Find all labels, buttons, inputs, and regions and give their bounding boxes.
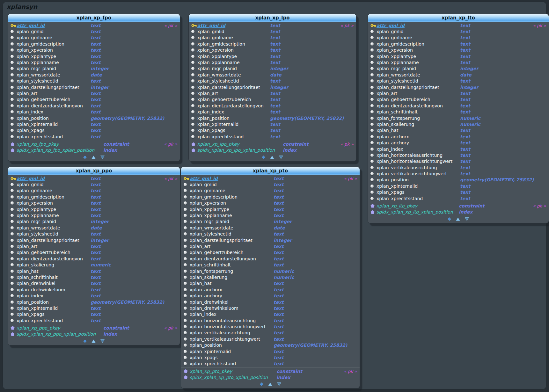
column-row[interactable]: xplan_anchorxtext [181,287,360,293]
column-row[interactable]: xplan_xpplantypetext [189,53,356,59]
column-row[interactable]: xplan_mgr_planidinteger [8,219,180,225]
table-card-xplan_xp_lto[interactable]: xplan_xp_ltoattr_gml_idtext« pk »xplan_g… [368,14,549,223]
column-row[interactable]: xplan_schriftinhalttext [181,262,360,268]
column-row[interactable]: xplan_vertikaleausrichtungwerttext [181,336,360,342]
column-row[interactable]: xplan_gehoertzubereichtext [8,250,180,256]
column-row[interactable]: xplan_gmlidtext [189,28,356,34]
column-row[interactable]: xplan_gehoertzubereichtext [189,97,356,103]
key-row[interactable]: spidx_xplan_xp_lto_xplan_positionindex [368,209,549,215]
column-row[interactable]: xplan_xpplannametext [8,212,180,218]
table-card-xplan_xp_ppo[interactable]: xplan_xp_ppoattr_gml_idtext« pk »xplan_g… [8,167,180,345]
column-row[interactable]: xplan_darstellungsprioritaetinteger [189,84,356,90]
column-row[interactable]: xplan_xpversiontext [368,47,549,53]
column-row[interactable]: xplan_mgr_planidinteger [8,66,180,72]
column-row[interactable]: xplan_gmlidtext [368,28,549,34]
column-row[interactable]: xplan_drehwinkeltext [181,299,360,305]
column-row[interactable]: xplan_schriftinhalttext [8,274,180,280]
column-row[interactable]: xplan_stylesheetidtext [8,231,180,237]
collapse-triangle-down-icon[interactable] [277,382,281,386]
column-row[interactable]: xplan_xpplantypetext [368,53,549,59]
column-row[interactable]: xplan_gmlidtext [181,181,360,187]
table-card-xplan_xp_lpo[interactable]: xplan_xp_lpoattr_gml_idtext« pk »xplan_g… [188,14,356,162]
key-row[interactable]: xplan_xp_lto_pkeyconstraint« pk » [368,203,549,209]
column-row[interactable]: xplan_xpplantypetext [8,53,180,59]
column-row[interactable]: xplan_xpagstext [8,127,180,134]
column-row[interactable]: xplan_gmlnametext [181,188,360,194]
column-row[interactable]: xplan_xpplannametext [368,59,549,65]
column-row[interactable]: xplan_horizontaleausrichtungtext [368,152,549,158]
expand-triangle-up-icon[interactable] [268,382,272,386]
column-row[interactable]: xplan_hattext [8,268,180,274]
column-row[interactable]: xplan_xpinternalidtext [8,121,180,127]
column-row[interactable]: xplan_darstellungsprioritaetinteger [8,237,180,243]
column-row[interactable]: xplan_gmlnametext [189,35,356,41]
column-row[interactable]: xplan_horizontaleausrichtungtext [181,317,360,323]
column-row[interactable]: xplan_drehwinkeltext [8,280,180,287]
column-row[interactable]: xplan_gmlnametext [368,35,549,41]
column-row[interactable]: xplan_xprechtsstandtext [189,134,356,140]
column-row[interactable]: xplan_indextext [181,311,360,317]
expand-triangle-up-icon[interactable] [92,339,96,343]
column-row[interactable]: xplan_gmldescriptiontext [189,41,356,47]
column-row[interactable]: xplan_xpversiontext [8,200,180,206]
column-row[interactable]: xplan_arttext [181,243,360,249]
column-row[interactable]: xplan_hattext [181,280,360,287]
column-row[interactable]: xplan_wmssortdatedate [8,72,180,78]
column-row[interactable]: xplan_xpversiontext [8,47,180,53]
column-row[interactable]: xplan_mgr_planidinteger [181,219,360,225]
key-row[interactable]: xplan_xp_lpo_pkeyconstraint« pk » [189,141,356,147]
column-row[interactable]: xplan_xpplannametext [189,59,356,65]
column-row[interactable]: xplan_wmssortdatedate [368,72,549,78]
table-card-xplan_xp_pto[interactable]: xplan_xp_ptoattr_gml_idtext« pk »xplan_g… [181,167,360,388]
table-card-xplan_xp_fpo[interactable]: xplan_xp_fpoattr_gml_idtext« pk »xplan_g… [8,14,180,162]
column-row[interactable]: xplan_skalierungnumeric [181,274,360,280]
column-row[interactable]: xplan_xpinternalidtext [189,121,356,127]
column-row[interactable]: xplan_stylesheetidtext [368,78,549,84]
key-row[interactable]: xplan_xp_ppo_pkeyconstraint« pk » [8,325,180,331]
column-row[interactable]: xplan_wmssortdatedate [8,225,180,231]
column-row[interactable]: xplan_gmldescriptiontext [8,41,180,47]
column-row[interactable]: xplan_schriftinhalttext [368,109,549,115]
column-row[interactable]: xplan_xprechtsstandtext [8,317,180,323]
column-row[interactable]: xplan_anchorxtext [368,134,549,140]
column-row[interactable]: xplan_gmldescriptiontext [181,194,360,200]
column-row[interactable]: xplan_indextext [189,109,356,115]
column-row[interactable]: xplan_xprechtsstandtext [368,195,549,201]
column-row[interactable]: attr_gml_idtext« pk » [181,175,360,181]
column-row[interactable]: xplan_dientzurdarstellungvontext [189,103,356,109]
column-row[interactable]: xplan_gmlidtext [8,181,180,187]
column-row[interactable]: xplan_stylesheetidtext [181,231,360,237]
expand-triangle-up-icon[interactable] [92,156,96,159]
column-row[interactable]: xplan_xpplantypetext [181,206,360,212]
column-row[interactable]: xplan_dientzurdarstellungvontext [368,103,549,109]
column-row[interactable]: attr_gml_idtext« pk » [8,22,180,28]
column-row[interactable]: xplan_xpplannametext [181,212,360,218]
column-row[interactable]: xplan_gehoertzubereichtext [368,97,549,103]
table-title[interactable]: xplan_xp_lpo [189,14,356,22]
attributes-toggle-diamond-icon[interactable] [83,156,87,159]
column-row[interactable]: xplan_xprechtsstandtext [181,361,360,367]
column-row[interactable]: xplan_hattext [368,127,549,134]
column-row[interactable]: xplan_dientzurdarstellungvontext [8,103,180,109]
column-row[interactable]: xplan_darstellungsprioritaetinteger [8,84,180,90]
column-row[interactable]: xplan_skalierungnumeric [368,121,549,127]
column-row[interactable]: xplan_positiongeometry(GEOMETRY, 25832) [8,115,180,121]
column-row[interactable]: xplan_xpversiontext [189,47,356,53]
column-row[interactable]: xplan_positiongeometry(GEOMETRY, 25832) [8,299,180,305]
column-row[interactable]: xplan_stylesheetidtext [8,78,180,84]
column-row[interactable]: xplan_arttext [189,90,356,96]
table-title[interactable]: xplan_xp_pto [181,167,360,175]
column-row[interactable]: xplan_arttext [8,90,180,96]
column-row[interactable]: xplan_xpinternalidtext [181,348,360,354]
column-row[interactable]: xplan_darstellungsprioritaetinteger [368,84,549,90]
table-title[interactable]: xplan_xp_fpo [8,14,180,22]
key-row[interactable]: spidx_xplan_xp_lpo_xplan_positionindex [189,147,356,153]
column-row[interactable]: xplan_vertikaleausrichtungtext [368,164,549,171]
column-row[interactable]: xplan_xprechtsstandtext [8,134,180,140]
expand-triangle-up-icon[interactable] [270,156,274,159]
column-row[interactable]: xplan_xpinternalidtext [368,183,549,189]
column-row[interactable]: xplan_wmssortdatedate [189,72,356,78]
erd-schema-canvas[interactable]: xplansyn xplan_xp_fpoattr_gml_idtext« pk… [3,2,546,389]
attributes-toggle-diamond-icon[interactable] [262,156,265,159]
collapse-triangle-down-icon[interactable] [100,339,105,343]
